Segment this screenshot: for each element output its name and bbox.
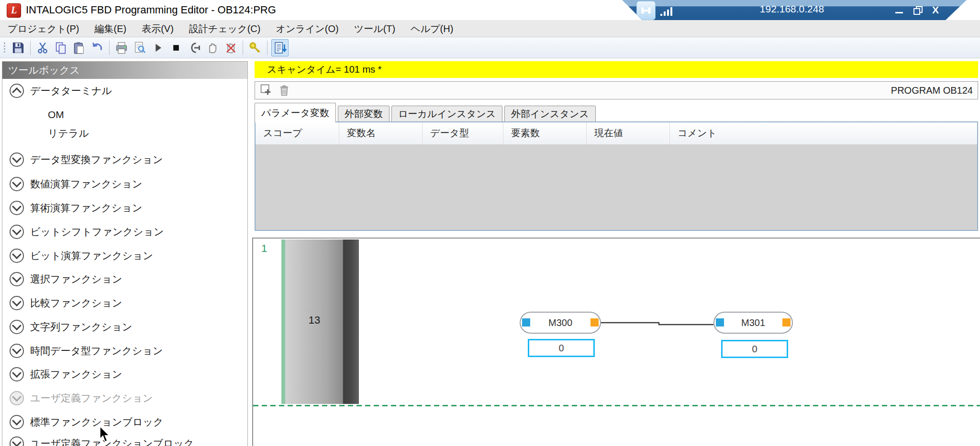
toolbox-item-bit-shift[interactable]: ビットシフトファンクション <box>2 220 247 244</box>
connection-status-banner: 192.168.0.248 X <box>617 0 967 20</box>
column-variable-name[interactable]: 変数名 <box>339 122 423 144</box>
paste-icon[interactable] <box>71 40 87 56</box>
expand-icon[interactable] <box>10 272 24 286</box>
monitor-stop-hand-icon[interactable] <box>223 40 239 56</box>
fbd-editor-window: L INTALOGIC5 FBD Programming Editor - OB… <box>0 0 980 446</box>
copy-icon[interactable] <box>53 40 69 56</box>
column-scope[interactable]: スコープ <box>256 122 339 144</box>
output-port[interactable] <box>590 318 599 326</box>
monitor-list-icon[interactable] <box>271 39 289 56</box>
toolbox-item-data-terminal[interactable]: データターミナル <box>2 79 247 103</box>
toolbox-item-string[interactable]: 文字列ファンクション <box>2 315 247 339</box>
fbd-canvas[interactable]: 1 13 M300 0 M301 0 <box>252 238 980 446</box>
toolbox-item-arithmetic[interactable]: 算術演算ファンクション <box>2 196 247 220</box>
expand-icon[interactable] <box>10 344 24 358</box>
menu-design-check[interactable]: 設計チェック(C) <box>181 21 268 37</box>
restore-button[interactable] <box>913 6 922 14</box>
minimize-button[interactable] <box>895 12 903 13</box>
collapse-icon[interactable] <box>10 84 24 98</box>
toolbox-item-user-defined-fb[interactable]: ユーザ定義ファンクションブロック <box>2 432 247 446</box>
add-block-icon[interactable] <box>259 83 273 98</box>
run-icon[interactable] <box>150 40 166 56</box>
menu-online[interactable]: オンライン(O) <box>268 21 346 37</box>
window-title: INTALOGIC5 FBD Programming Editor - OB12… <box>26 0 276 20</box>
pause-hand-icon[interactable] <box>204 40 221 56</box>
mouse-cursor <box>99 426 115 444</box>
toolbox-item-user-defined-function: ユーザ定義ファンクション <box>2 386 247 410</box>
expand-icon[interactable] <box>10 296 24 310</box>
main-toolbar <box>0 37 980 58</box>
toolbox-item-om[interactable]: OM <box>2 104 247 125</box>
menu-bar: プロジェクト(P) 編集(E) 表示(V) 設計チェック(C) オンライン(O)… <box>0 20 980 37</box>
menu-edit[interactable]: 編集(E) <box>87 21 134 37</box>
column-current-value[interactable]: 現在値 <box>587 122 670 144</box>
expand-icon[interactable] <box>10 320 24 334</box>
input-port[interactable] <box>716 318 724 326</box>
print-icon[interactable] <box>113 40 130 56</box>
column-data-type[interactable]: データ型 <box>423 122 503 144</box>
toolbox-item-bit-operation[interactable]: ビット演算ファンクション <box>2 244 247 268</box>
close-button[interactable]: X <box>932 0 939 20</box>
column-element-count[interactable]: 要素数 <box>503 122 587 144</box>
program-name-label: PROGRAM OB124 <box>891 82 973 99</box>
monitor-value-m301[interactable]: 0 <box>721 340 788 358</box>
toolbox-item-selection[interactable]: 選択ファンクション <box>2 267 247 291</box>
expand-icon[interactable] <box>10 367 24 381</box>
titlebar: L INTALOGIC5 FBD Programming Editor - OB… <box>0 0 980 20</box>
app-logo-icon: L <box>7 3 21 18</box>
expand-icon[interactable] <box>10 152 24 167</box>
toolbox-title: ツールボックス <box>2 62 247 79</box>
tab-external-variables[interactable]: 外部変数 <box>338 106 390 122</box>
toolbox-item-standard-fb[interactable]: 標準ファンクションブロック <box>2 410 247 434</box>
rail-label: 13 <box>281 314 347 326</box>
delete-block-icon[interactable] <box>277 83 291 98</box>
output-port[interactable] <box>782 318 791 326</box>
print-preview-icon[interactable] <box>132 40 148 56</box>
variable-table-body[interactable] <box>256 144 977 230</box>
menu-tools[interactable]: ツール(T) <box>346 21 403 37</box>
expand-icon[interactable] <box>10 436 24 446</box>
toolbar-grip-handle[interactable] <box>4 43 5 53</box>
menu-view[interactable]: 表示(V) <box>134 21 181 37</box>
variable-table: スコープ 変数名 データ型 要素数 現在値 コメント <box>255 121 978 231</box>
expand-icon[interactable] <box>10 225 24 239</box>
expand-icon <box>10 391 24 405</box>
step-scan-icon[interactable] <box>186 40 202 56</box>
expand-icon[interactable] <box>10 201 24 215</box>
block-m301[interactable]: M301 <box>713 312 793 334</box>
connection-wire <box>253 239 980 446</box>
program-strip: PROGRAM OB124 <box>255 81 978 99</box>
block-m300[interactable]: M300 <box>520 312 601 334</box>
toolbox-item-literal[interactable]: リテラル <box>2 123 247 144</box>
stop-icon[interactable] <box>168 40 184 56</box>
block-label: M300 <box>548 317 572 328</box>
expand-icon[interactable] <box>10 415 24 429</box>
key-icon[interactable] <box>247 40 263 56</box>
undo-icon[interactable] <box>89 40 105 56</box>
monitor-value-m300[interactable]: 0 <box>528 339 595 357</box>
network-divider <box>253 405 980 406</box>
expand-icon[interactable] <box>10 177 24 191</box>
scan-time-bar: スキャンタイム= 101 ms * <box>255 61 978 78</box>
tab-external-instance[interactable]: 外部インスタンス <box>504 106 596 122</box>
cut-icon[interactable] <box>34 40 51 56</box>
toolbox-item-time-data-type[interactable]: 時間データ型ファンクション <box>2 339 247 363</box>
menu-project[interactable]: プロジェクト(P) <box>0 21 87 37</box>
save-icon[interactable] <box>10 40 26 56</box>
network-number: 1 <box>261 242 267 255</box>
menu-help[interactable]: ヘルプ(H) <box>403 21 461 37</box>
block-label: M301 <box>741 317 765 328</box>
column-comment[interactable]: コメント <box>670 122 977 144</box>
input-port[interactable] <box>522 318 530 326</box>
toolbox-item-comparison[interactable]: 比較ファンクション <box>2 291 247 315</box>
tab-parameter-variables[interactable]: パラメータ変数 <box>255 103 336 122</box>
variable-table-header: スコープ 変数名 データ型 要素数 現在値 コメント <box>256 122 977 145</box>
variable-tabstrip: パラメータ変数 外部変数 ローカルインスタンス 外部インスタンス <box>255 104 596 122</box>
toolbox-item-numeric-operation[interactable]: 数値演算ファンクション <box>2 172 247 196</box>
toolbox-panel: ツールボックス データターミナル OM リテラル データ型変換ファンクション 数… <box>2 61 248 446</box>
expand-icon[interactable] <box>10 249 24 263</box>
toolbox-item-extended[interactable]: 拡張ファンクション <box>2 362 247 386</box>
toolbox-item-type-conversion[interactable]: データ型変換ファンクション <box>2 148 247 172</box>
tab-local-instance[interactable]: ローカルインスタンス <box>391 106 502 122</box>
